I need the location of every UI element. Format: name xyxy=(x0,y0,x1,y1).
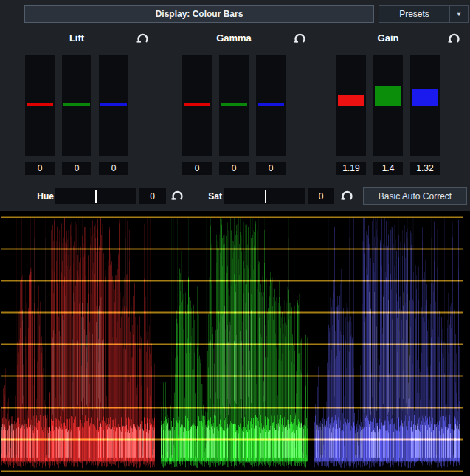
gamma-blue-value: 0 xyxy=(256,162,286,175)
display-mode-button[interactable]: Display: Colour Bars xyxy=(24,5,374,23)
rgb-waveform-scope xyxy=(0,211,470,476)
lift-reset-icon[interactable] xyxy=(136,32,150,46)
hue-slider-handle[interactable] xyxy=(95,190,97,203)
gamma-green-handle[interactable] xyxy=(221,103,247,106)
chevron-down-icon[interactable]: ▼ xyxy=(449,6,468,22)
sat-label: Sat xyxy=(192,188,222,204)
lift-blue-handle[interactable] xyxy=(100,103,127,106)
presets-label: Presets xyxy=(379,9,449,19)
lift-red-slider[interactable] xyxy=(25,55,55,156)
gain-title: Gain xyxy=(336,32,440,44)
colour-correct-panel: Display: Colour Bars Presets ▼ Lift 0 0 … xyxy=(0,0,470,476)
basic-auto-correct-button[interactable]: Basic Auto Correct xyxy=(363,187,467,205)
hue-value: 0 xyxy=(139,188,166,204)
gamma-reset-icon[interactable] xyxy=(293,32,307,46)
sat-reset-icon[interactable] xyxy=(340,189,354,203)
hue-reset-icon[interactable] xyxy=(170,189,184,203)
gamma-red-value: 0 xyxy=(182,162,212,175)
gain-blue-value: 1.32 xyxy=(410,162,440,175)
sat-slider-handle[interactable] xyxy=(265,190,266,203)
gain-green-handle[interactable] xyxy=(375,86,401,106)
hue-label: Hue xyxy=(21,188,54,204)
lift-title: Lift xyxy=(25,32,128,44)
sat-value: 0 xyxy=(308,188,334,204)
lift-green-value: 0 xyxy=(62,162,91,175)
gain-section: Gain 1.19 1.4 1.32 xyxy=(336,30,440,177)
gamma-title: Gamma xyxy=(182,32,286,44)
lift-blue-value: 0 xyxy=(99,162,128,175)
lift-section: Lift 0 0 0 xyxy=(25,30,128,177)
lift-blue-slider[interactable] xyxy=(99,55,128,156)
gain-green-value: 1.4 xyxy=(373,162,403,175)
gamma-section: Gamma 0 0 0 xyxy=(182,30,286,177)
gain-red-handle[interactable] xyxy=(338,95,364,106)
hue-slider[interactable] xyxy=(55,188,136,204)
gain-blue-slider[interactable] xyxy=(410,55,440,156)
lift-red-handle[interactable] xyxy=(27,103,53,106)
gamma-green-value: 0 xyxy=(219,162,249,175)
gain-reset-icon[interactable] xyxy=(447,32,461,46)
gain-blue-handle[interactable] xyxy=(412,89,438,106)
gain-red-slider[interactable] xyxy=(336,55,366,156)
gamma-blue-handle[interactable] xyxy=(258,103,284,106)
presets-button[interactable]: Presets ▼ xyxy=(379,5,469,23)
gamma-green-slider[interactable] xyxy=(219,55,249,156)
sat-slider[interactable] xyxy=(224,188,305,204)
gamma-red-slider[interactable] xyxy=(182,55,212,156)
lift-red-value: 0 xyxy=(25,162,55,175)
gain-green-slider[interactable] xyxy=(373,55,403,156)
gamma-red-handle[interactable] xyxy=(184,103,210,106)
lift-green-handle[interactable] xyxy=(63,103,90,106)
lift-green-slider[interactable] xyxy=(62,55,91,156)
gamma-blue-slider[interactable] xyxy=(256,55,286,156)
gain-red-value: 1.19 xyxy=(336,162,366,175)
